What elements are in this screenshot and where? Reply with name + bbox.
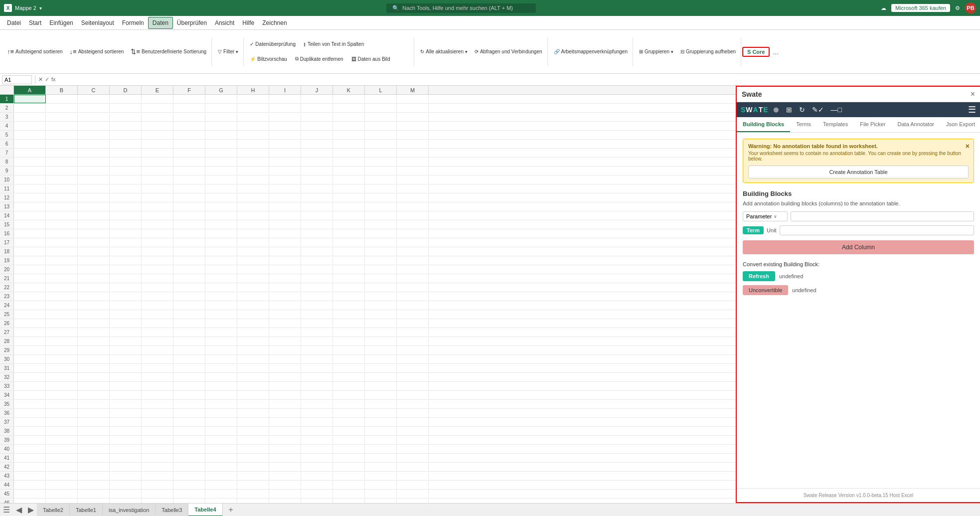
cell[interactable] — [397, 346, 429, 354]
col-header-F[interactable]: F — [173, 86, 205, 94]
cell[interactable] — [237, 319, 269, 328]
cell[interactable] — [269, 355, 301, 363]
cell[interactable] — [301, 436, 333, 444]
cell[interactable] — [173, 463, 205, 471]
cell[interactable] — [333, 167, 365, 175]
cell[interactable] — [333, 463, 365, 471]
cell[interactable] — [205, 113, 237, 121]
cell[interactable] — [46, 427, 78, 435]
cell[interactable] — [205, 472, 237, 480]
cell[interactable] — [78, 454, 110, 462]
cell[interactable] — [365, 373, 397, 381]
cell[interactable] — [237, 113, 269, 121]
cell[interactable] — [269, 427, 301, 435]
cell[interactable] — [333, 220, 365, 229]
cell[interactable] — [365, 202, 397, 211]
unconvertible-button[interactable]: Unconvertible — [743, 285, 788, 295]
cell[interactable] — [269, 373, 301, 381]
cell[interactable] — [173, 283, 205, 292]
cell[interactable] — [205, 167, 237, 175]
cell[interactable] — [333, 373, 365, 381]
cell[interactable] — [142, 418, 173, 426]
cell[interactable] — [397, 418, 429, 426]
cell[interactable] — [237, 95, 269, 103]
cell[interactable] — [173, 95, 205, 103]
cell[interactable] — [333, 95, 365, 103]
cell[interactable] — [14, 319, 46, 328]
cell[interactable] — [237, 355, 269, 363]
cell[interactable] — [237, 104, 269, 112]
parameter-select[interactable]: Parameter ∨ — [743, 211, 788, 221]
panel-menu-button[interactable]: ☰ — [968, 104, 976, 115]
cell[interactable] — [365, 184, 397, 193]
cell[interactable] — [237, 122, 269, 130]
sheet-tab-tabelle4[interactable]: Tabelle4 — [188, 504, 222, 516]
cell[interactable] — [110, 202, 142, 211]
cell[interactable] — [142, 167, 173, 175]
cell[interactable] — [14, 490, 46, 498]
cell[interactable] — [142, 184, 173, 193]
cell[interactable] — [333, 140, 365, 148]
cell[interactable] — [78, 463, 110, 471]
cell[interactable] — [333, 337, 365, 345]
cell[interactable] — [237, 283, 269, 292]
settings-icon[interactable]: ⚙ — [955, 5, 960, 11]
cell[interactable] — [237, 229, 269, 238]
cell[interactable] — [173, 202, 205, 211]
cell[interactable] — [301, 346, 333, 354]
cell[interactable] — [142, 337, 173, 345]
cell[interactable] — [301, 292, 333, 301]
cell[interactable] — [46, 167, 78, 175]
cell[interactable] — [365, 104, 397, 112]
cell[interactable] — [14, 229, 46, 238]
cell[interactable] — [269, 256, 301, 265]
cell[interactable] — [78, 274, 110, 283]
cell[interactable] — [46, 95, 78, 103]
cell[interactable] — [142, 265, 173, 274]
cell[interactable] — [333, 490, 365, 498]
cell[interactable] — [46, 481, 78, 489]
cell[interactable] — [301, 229, 333, 238]
cell[interactable] — [142, 104, 173, 112]
cell[interactable] — [14, 373, 46, 381]
cell[interactable] — [205, 247, 237, 256]
cell[interactable] — [237, 310, 269, 319]
cell[interactable] — [46, 220, 78, 229]
cell[interactable] — [333, 149, 365, 157]
cell[interactable] — [110, 256, 142, 265]
cell[interactable] — [301, 274, 333, 283]
cell[interactable] — [78, 220, 110, 229]
sheet-nav-left[interactable]: ☰ — [0, 505, 13, 515]
cell[interactable] — [173, 328, 205, 337]
cell[interactable] — [205, 202, 237, 211]
cell[interactable] — [142, 175, 173, 184]
cell[interactable] — [78, 499, 110, 503]
cell[interactable] — [269, 391, 301, 399]
cell[interactable] — [110, 328, 142, 337]
cell[interactable] — [397, 229, 429, 238]
cell[interactable] — [142, 472, 173, 480]
cell[interactable] — [110, 122, 142, 130]
cell[interactable] — [269, 122, 301, 130]
cell[interactable] — [237, 454, 269, 462]
cell[interactable] — [397, 427, 429, 435]
cell[interactable] — [110, 301, 142, 310]
cell[interactable] — [14, 418, 46, 426]
cell[interactable] — [173, 427, 205, 435]
cell[interactable] — [269, 211, 301, 220]
cell[interactable] — [14, 104, 46, 112]
cell[interactable] — [333, 256, 365, 265]
cell[interactable] — [365, 337, 397, 345]
cell[interactable] — [269, 175, 301, 184]
cell[interactable] — [110, 220, 142, 229]
cell[interactable] — [333, 382, 365, 390]
cell[interactable] — [78, 346, 110, 354]
cell[interactable] — [269, 499, 301, 503]
cell[interactable] — [237, 364, 269, 372]
cell[interactable] — [397, 274, 429, 283]
cell[interactable] — [301, 193, 333, 202]
cell[interactable] — [14, 131, 46, 139]
cell[interactable] — [46, 131, 78, 139]
cell[interactable] — [237, 418, 269, 426]
cell[interactable] — [173, 104, 205, 112]
